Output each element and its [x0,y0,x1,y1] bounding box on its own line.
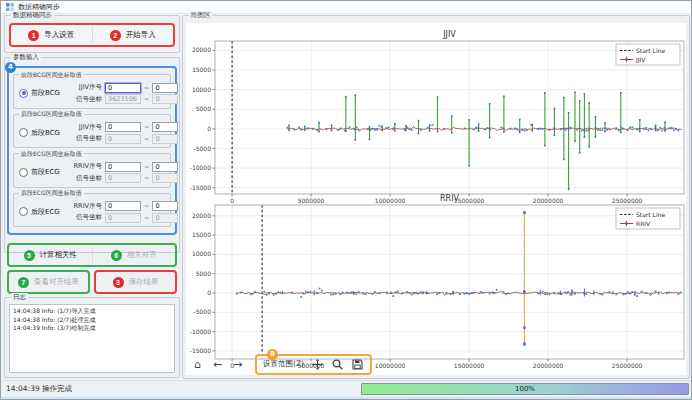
back-icon[interactable]: ← [211,358,224,371]
rriv-chart[interactable]: 20000150001000050000-5000-10000-15000050… [190,194,684,369]
plot-group-title: 绘图区 [189,11,213,20]
field-label: JJIV序号 [71,83,102,92]
svg-text:RRIV: RRIV [440,194,459,203]
range-end-input[interactable] [152,201,178,211]
pan-icon[interactable] [311,358,324,371]
sync-group: 数据精确同步 1 导入设置 2 开始导入 [4,15,180,53]
radio-icon [19,168,28,177]
segment-radio-label: 前段BCG [31,88,60,98]
svg-text:JJIV: JJIV [635,56,646,64]
svg-text:-5000: -5000 [194,308,212,315]
segment-radio-label: 后段BCG [31,128,60,138]
save-result-label: 保存结果 [129,277,159,287]
segment-radio-label: 前段ECG [31,167,60,177]
svg-text:15000000: 15000000 [454,362,485,369]
svg-text:10000000: 10000000 [375,362,406,369]
range-start-input[interactable] [105,201,141,211]
svg-text:-10000: -10000 [190,164,211,171]
param-subgroup: 后段ECG区间坐标取值 后段ECG RRIV序号~信号坐标~ [13,193,171,228]
svg-text:-15000: -15000 [190,347,211,354]
range-separator: ~ [144,135,149,143]
svg-text:Start Line: Start Line [636,211,665,218]
segment-radio[interactable]: 后段BCG [17,128,71,138]
action-buttons-area: 5 计算相关性 6 相关对齐 7 查看对齐结果 [4,243,180,294]
svg-text:15000: 15000 [192,66,211,73]
param-subgroup-title: 后段ECG区间坐标取值 [19,189,84,197]
range-end-input[interactable] [152,162,178,172]
step-badge-7: 7 [18,277,29,288]
svg-text:JJIV: JJIV [442,30,456,39]
log-line: 14:04:38 Info: (1/7)导入完成 [13,307,171,316]
svg-text:20000000: 20000000 [533,197,564,204]
log-group: 日志 14:04:38 Info: (1/7)导入完成14:04:38 Info… [4,297,180,378]
jjiv-chart[interactable]: 20000150001000050000-5000-10000-15000050… [190,30,684,204]
compute-correlation-label: 计算相关性 [40,250,78,260]
log-line: 14:04:38 Info: (2/7)处理完成 [13,316,171,325]
zoom-icon[interactable] [331,358,344,371]
field-label: 信号坐标 [71,134,102,143]
range-start-input[interactable] [105,162,141,172]
field-label: JJIV序号 [71,123,102,132]
view-align-result-button[interactable]: 7 查看对齐结果 [9,272,88,292]
import-settings-button[interactable]: 1 导入设置 [11,25,92,45]
range-end-input [152,173,178,183]
svg-text:Start Line: Start Line [636,47,665,54]
save-result-annotation-box: 3 保存结果 [94,270,177,294]
save-result-button[interactable]: 3 保存结果 [96,272,175,292]
log-line: 14:04:39 Info: (3/7)绘制完成 [13,324,171,333]
step-badge-8: 8 [267,349,278,360]
log-output[interactable]: 14:04:38 Info: (1/7)导入完成14:04:38 Info: (… [9,304,175,373]
range-end-input[interactable] [152,83,178,93]
figure-canvas[interactable]: 20000150001000050000-5000-10000-15000050… [186,23,686,375]
start-import-button[interactable]: 2 开始导入 [93,25,174,45]
range-end-input [152,134,178,144]
charts-svg[interactable]: 20000150001000050000-5000-10000-15000050… [186,23,686,373]
compute-correlation-button[interactable]: 5 计算相关性 [9,245,92,265]
svg-text:25000000: 25000000 [612,197,643,204]
radio-icon [19,128,28,137]
svg-text:15000: 15000 [192,231,211,238]
range-annotation-box: 8 设置范围(Z) [255,354,372,375]
svg-text:25000000: 25000000 [612,362,643,369]
svg-text:10000000: 10000000 [375,197,406,204]
step-badge-3: 3 [113,277,124,288]
import-annotation-box: 1 导入设置 2 开始导入 [9,23,175,47]
segment-radio[interactable]: 前段BCG [17,88,71,98]
param-rows: JJIV序号~信号坐标~ [71,81,178,106]
segment-radio[interactable]: 前段ECG [17,167,71,177]
field-label: RRIV序号 [71,162,102,171]
range-start-input[interactable] [105,122,141,132]
param-subgroup: 后段BCG区间坐标取值 后段BCG JJIV序号~信号坐标~ [13,114,171,149]
set-range-button[interactable]: 设置范围(Z) [263,359,304,369]
svg-text:5000000: 5000000 [298,197,325,204]
segment-radio[interactable]: 后段ECG [17,207,71,217]
field-label: RRIV序号 [71,202,102,211]
sync-group-title: 数据精确同步 [11,11,54,20]
svg-text:10000: 10000 [192,86,211,93]
params-group-title: 参数输入 [11,53,41,62]
range-start-input [105,94,141,104]
range-separator: ~ [144,174,149,182]
log-group-title: 日志 [11,293,28,302]
params-group: 参数输入 4 前段BCG区间坐标取值 前段BCG JJIV序号~信号坐标~ 后段… [4,57,180,253]
svg-text:5000: 5000 [196,105,211,112]
plot-group: 绘图区 20000150001000050000-5000-10000-1500… [182,15,690,379]
range-end-input[interactable] [152,122,178,132]
param-groups: 前段BCG区间坐标取值 前段BCG JJIV序号~信号坐标~ 后段BCG区间坐标… [10,74,174,227]
range-start-input [105,213,141,223]
forward-icon[interactable]: → [231,358,244,371]
status-text: 14:04:39 操作完成 [6,384,72,394]
save-icon[interactable] [351,358,364,371]
range-start-input [105,134,141,144]
param-subgroup-title: 前段ECG区间坐标取值 [19,150,84,158]
param-rows: RRIV序号~信号坐标~ [71,200,178,225]
step-badge-2: 2 [110,30,121,41]
correlation-align-label: 相关对齐 [127,250,157,260]
range-separator: ~ [144,84,149,92]
range-start-input[interactable] [105,83,141,93]
view-align-result-label: 查看对齐结果 [34,277,79,287]
home-icon[interactable]: ⌂ [191,358,204,371]
titlebar: 数据精确同步 [1,1,691,14]
range-start-input [105,173,141,183]
correlation-align-button[interactable]: 6 相关对齐 [93,245,176,265]
